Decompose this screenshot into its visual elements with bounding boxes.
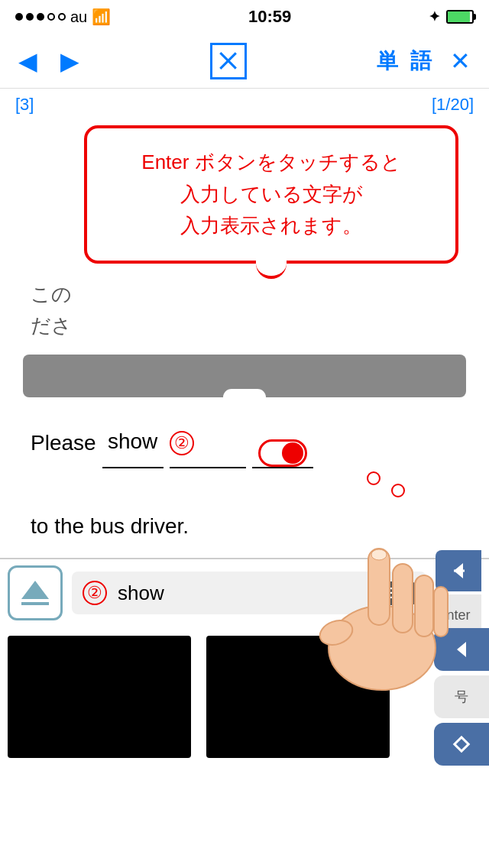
side-buttons: 号 <box>434 628 489 766</box>
sentence-line-1: Please show ② <box>31 416 458 468</box>
upload-button[interactable] <box>8 565 63 620</box>
upload-arrow <box>21 581 49 599</box>
image-block-1 <box>8 636 191 758</box>
back-button[interactable]: ◀ <box>18 47 37 76</box>
page-current: [3] <box>15 95 34 115</box>
sentence-area: Please show ② to the bus driver. <box>23 403 466 558</box>
popup-tail <box>256 261 287 279</box>
close-button[interactable]: ✕ <box>450 47 471 76</box>
jp-line2: ださ <box>31 314 72 337</box>
word-show: show <box>102 416 164 468</box>
red-dot-2 <box>391 484 405 497</box>
diamond-button[interactable] <box>434 723 489 766</box>
image-block-2 <box>206 636 390 758</box>
status-right: ✦ <box>429 8 474 25</box>
toggle-oval <box>258 439 307 467</box>
page-total: [1/20] <box>432 95 474 115</box>
diamond-icon <box>449 732 474 756</box>
toolbar-right: 単 語 ✕ <box>377 47 471 76</box>
sentence-line-2: to the bus driver. <box>31 500 458 552</box>
upload-icon <box>21 581 49 605</box>
signal-dot-4 <box>47 13 55 21</box>
word-label: 単 語 <box>377 47 435 76</box>
battery-fill <box>448 11 470 22</box>
signal-dots <box>15 13 66 21</box>
carrier-label: au <box>70 8 87 26</box>
circle-num-2: ② <box>170 431 194 455</box>
extra-panel: 号 <box>434 628 489 766</box>
content-area: Enter ボタンをタッチすると入力している文字が入力表示されます。 この ださ… <box>0 125 489 558</box>
input-text: show <box>118 581 365 605</box>
red-dot-1 <box>367 471 381 485</box>
left-arrow-icon <box>448 560 469 581</box>
strikethrough-icon <box>210 43 247 79</box>
gray-bar <box>23 355 466 397</box>
page-row: [3] [1/20] <box>0 89 489 118</box>
forward-button[interactable]: ▶ <box>60 47 79 76</box>
enter-label: nter <box>446 607 470 623</box>
upload-base <box>21 602 49 605</box>
jp-line1: この <box>31 283 72 306</box>
input-field[interactable]: ② show BS <box>72 572 426 614</box>
toolbar-center <box>210 43 247 79</box>
signal-dot-5 <box>58 13 66 21</box>
toolbar-left: ◀ ▶ <box>18 47 79 76</box>
right-panel: nter <box>436 550 481 636</box>
bs-button[interactable]: BS <box>376 581 416 605</box>
toggle-knob <box>282 442 303 464</box>
blank-field-1: ② <box>170 416 246 468</box>
input-bar: ② show BS nter <box>0 565 489 620</box>
signal-dot-2 <box>26 13 34 21</box>
popup-text: Enter ボタンをタッチすると入力している文字が入力表示されます。 <box>108 147 434 242</box>
wifi-icon: 📶 <box>92 8 111 26</box>
time-display: 10:59 <box>248 7 291 27</box>
signal-dot-1 <box>15 13 23 21</box>
popup-box: Enter ボタンをタッチすると入力している文字が入力表示されます。 <box>84 125 458 264</box>
answer-dots <box>31 471 458 497</box>
word-to-driver: to the bus driver. <box>31 500 189 552</box>
input-section: ② show BS nter <box>0 565 489 773</box>
status-left: au 📶 <box>15 8 111 26</box>
jp-context: この ださ <box>23 279 466 342</box>
num-label: 号 <box>455 688 468 706</box>
word-please: Please <box>31 417 96 468</box>
side-nav-button[interactable] <box>434 628 489 671</box>
signal-dot-3 <box>37 13 44 21</box>
input-circle-num: ② <box>83 581 107 605</box>
toolbar: ◀ ▶ 単 語 ✕ <box>0 34 489 89</box>
status-bar: au 📶 10:59 ✦ <box>0 0 489 34</box>
toggle-field <box>252 439 313 468</box>
image-row <box>0 620 489 773</box>
divider <box>0 558 489 559</box>
right-nav-button[interactable] <box>436 550 481 591</box>
svg-marker-9 <box>457 642 466 657</box>
side-arrow-icon <box>451 639 472 660</box>
bluetooth-icon: ✦ <box>429 8 440 25</box>
num-button[interactable]: 号 <box>434 675 489 718</box>
battery-bar <box>446 10 474 24</box>
battery <box>446 10 474 24</box>
